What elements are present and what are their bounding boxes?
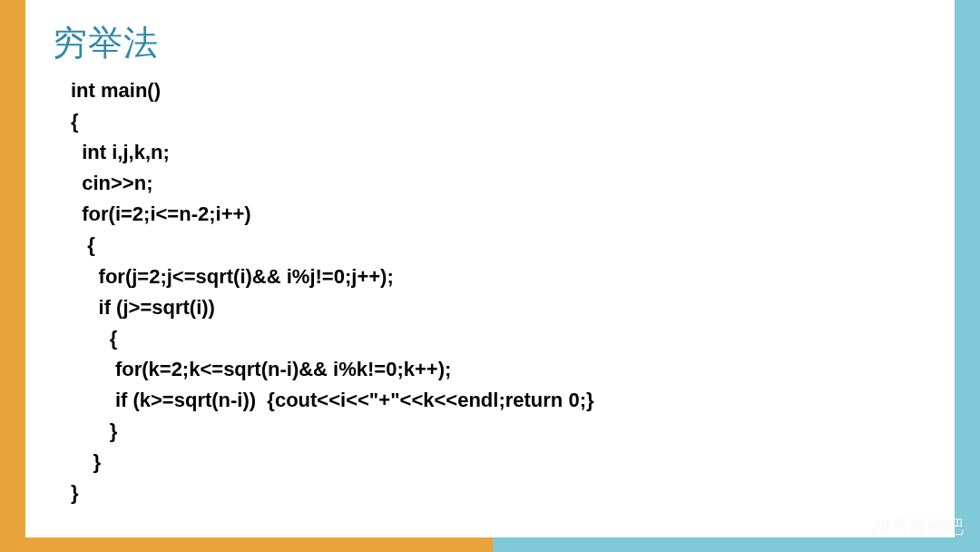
content-card: 穷举法 int main() { int i,j,k,n; cin>>n; fo… <box>25 0 955 537</box>
wechat-icon <box>840 516 864 539</box>
code-block: int main() { int i,j,k,n; cin>>n; for(i=… <box>53 75 927 508</box>
slide-stage: 穷举法 int main() { int i,j,k,n; cin>>n; fo… <box>0 0 980 552</box>
slide-title: 穷举法 <box>53 20 927 66</box>
watermark: 29号造物吧 <box>840 515 964 539</box>
watermark-text: 29号造物吧 <box>871 515 964 539</box>
